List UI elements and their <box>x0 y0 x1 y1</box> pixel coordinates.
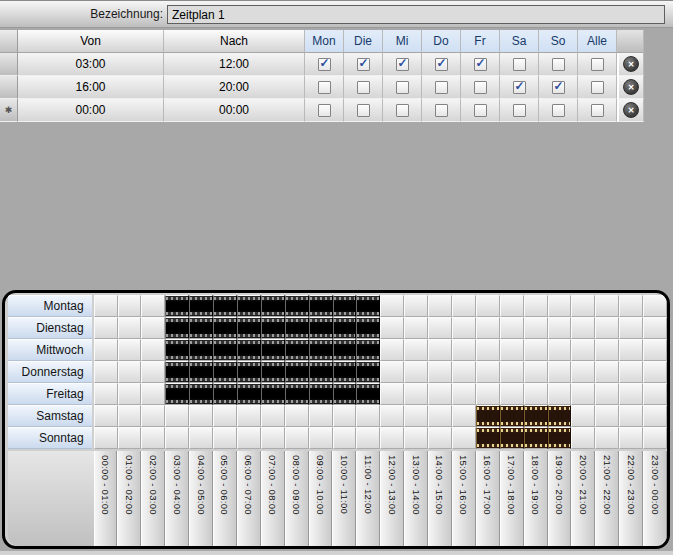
hour-cell[interactable] <box>524 317 548 339</box>
hour-cell[interactable] <box>500 427 524 449</box>
hour-cell[interactable] <box>452 317 476 339</box>
hour-cell[interactable] <box>141 317 165 339</box>
hour-cell[interactable] <box>189 317 213 339</box>
hour-cell[interactable] <box>643 339 667 361</box>
hour-cell[interactable] <box>476 383 500 405</box>
bezeichnung-input[interactable] <box>167 5 665 24</box>
hour-cell[interactable] <box>356 317 380 339</box>
hour-cell[interactable] <box>309 339 333 361</box>
hour-cell[interactable] <box>237 383 261 405</box>
hour-cell[interactable] <box>261 405 285 427</box>
hour-cell[interactable] <box>500 295 524 317</box>
hour-cell[interactable] <box>285 317 309 339</box>
hour-cell[interactable] <box>118 427 142 449</box>
hour-cell[interactable] <box>309 361 333 383</box>
hour-cell[interactable] <box>165 405 189 427</box>
hour-cell[interactable] <box>356 295 380 317</box>
hour-cell[interactable] <box>619 427 643 449</box>
checkbox-mon[interactable] <box>318 81 331 94</box>
hour-cell[interactable] <box>619 405 643 427</box>
hour-cell[interactable] <box>237 339 261 361</box>
hour-cell[interactable] <box>141 339 165 361</box>
checkbox-mon[interactable] <box>318 58 331 71</box>
hour-cell[interactable] <box>428 339 452 361</box>
hour-cell[interactable] <box>380 317 404 339</box>
hour-cell[interactable] <box>595 427 619 449</box>
hour-cell[interactable] <box>356 383 380 405</box>
hour-cell[interactable] <box>94 427 118 449</box>
hour-cell[interactable] <box>94 295 118 317</box>
hour-cell[interactable] <box>548 339 572 361</box>
checkbox-so[interactable] <box>552 81 565 94</box>
hour-cell[interactable] <box>165 427 189 449</box>
cell-von[interactable]: 16:00 <box>18 76 164 99</box>
hour-cell[interactable] <box>404 339 428 361</box>
hour-cell[interactable] <box>285 383 309 405</box>
hour-cell[interactable] <box>285 295 309 317</box>
hour-cell[interactable] <box>165 361 189 383</box>
hour-cell[interactable] <box>524 361 548 383</box>
hour-cell[interactable] <box>213 405 237 427</box>
hour-cell[interactable] <box>285 427 309 449</box>
hour-cell[interactable] <box>380 383 404 405</box>
checkbox-alle[interactable] <box>591 81 604 94</box>
checkbox-sa[interactable] <box>513 81 526 94</box>
hour-cell[interactable] <box>285 339 309 361</box>
hour-cell[interactable] <box>571 295 595 317</box>
hour-cell[interactable] <box>261 383 285 405</box>
hour-cell[interactable] <box>213 383 237 405</box>
hour-cell[interactable] <box>476 427 500 449</box>
hour-cell[interactable] <box>595 317 619 339</box>
hour-cell[interactable] <box>261 361 285 383</box>
hour-cell[interactable] <box>333 427 357 449</box>
hour-cell[interactable] <box>118 405 142 427</box>
hour-cell[interactable] <box>428 317 452 339</box>
hour-cell[interactable] <box>356 405 380 427</box>
hour-cell[interactable] <box>595 383 619 405</box>
hour-cell[interactable] <box>500 317 524 339</box>
hour-cell[interactable] <box>643 383 667 405</box>
hour-cell[interactable] <box>452 339 476 361</box>
hour-cell[interactable] <box>189 295 213 317</box>
hour-cell[interactable] <box>595 339 619 361</box>
hour-cell[interactable] <box>309 295 333 317</box>
hour-cell[interactable] <box>333 383 357 405</box>
hour-cell[interactable] <box>500 383 524 405</box>
hour-cell[interactable] <box>94 405 118 427</box>
hour-cell[interactable] <box>619 295 643 317</box>
hour-cell[interactable] <box>428 383 452 405</box>
hour-cell[interactable] <box>309 317 333 339</box>
hour-cell[interactable] <box>548 317 572 339</box>
hour-cell[interactable] <box>524 405 548 427</box>
checkbox-fr[interactable] <box>474 81 487 94</box>
hour-cell[interactable] <box>380 405 404 427</box>
hour-cell[interactable] <box>619 361 643 383</box>
hour-cell[interactable] <box>500 339 524 361</box>
hour-cell[interactable] <box>643 317 667 339</box>
hour-cell[interactable] <box>500 361 524 383</box>
hour-cell[interactable] <box>476 405 500 427</box>
hour-cell[interactable] <box>237 361 261 383</box>
checkbox-so[interactable] <box>552 58 565 71</box>
checkbox-alle[interactable] <box>591 104 604 117</box>
cell-nach[interactable]: 12:00 <box>164 53 305 76</box>
checkbox-mi[interactable] <box>396 81 409 94</box>
hour-cell[interactable] <box>476 295 500 317</box>
hour-cell[interactable] <box>285 405 309 427</box>
hour-cell[interactable] <box>571 361 595 383</box>
hour-cell[interactable] <box>213 361 237 383</box>
delete-row-button[interactable]: ✕ <box>623 56 639 72</box>
hour-cell[interactable] <box>118 339 142 361</box>
checkbox-do[interactable] <box>435 104 448 117</box>
hour-cell[interactable] <box>141 405 165 427</box>
hour-cell[interactable] <box>213 427 237 449</box>
hour-cell[interactable] <box>189 427 213 449</box>
hour-cell[interactable] <box>500 405 524 427</box>
hour-cell[interactable] <box>356 339 380 361</box>
hour-cell[interactable] <box>619 339 643 361</box>
checkbox-sa[interactable] <box>513 58 526 71</box>
hour-cell[interactable] <box>165 317 189 339</box>
hour-cell[interactable] <box>524 295 548 317</box>
hour-cell[interactable] <box>189 383 213 405</box>
hour-cell[interactable] <box>571 405 595 427</box>
